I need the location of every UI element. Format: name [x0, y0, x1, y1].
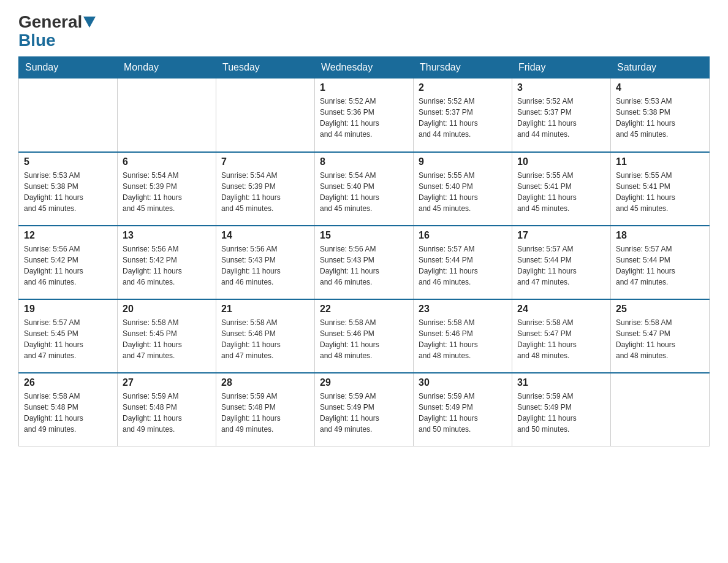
calendar-cell: 4Sunrise: 5:53 AM Sunset: 5:38 PM Daylig… [611, 79, 710, 152]
calendar-cell: 8Sunrise: 5:54 AM Sunset: 5:40 PM Daylig… [315, 152, 414, 226]
calendar-cell: 6Sunrise: 5:54 AM Sunset: 5:39 PM Daylig… [118, 152, 216, 226]
day-number: 21 [221, 304, 309, 315]
calendar-cell: 9Sunrise: 5:55 AM Sunset: 5:40 PM Daylig… [414, 152, 512, 226]
calendar-cell: 10Sunrise: 5:55 AM Sunset: 5:41 PM Dayli… [512, 152, 611, 226]
calendar-cell: 21Sunrise: 5:58 AM Sunset: 5:46 PM Dayli… [216, 299, 315, 373]
day-info: Sunrise: 5:59 AM Sunset: 5:49 PM Dayligh… [320, 391, 408, 435]
day-info: Sunrise: 5:59 AM Sunset: 5:48 PM Dayligh… [123, 391, 211, 435]
day-number: 2 [419, 82, 507, 93]
day-number: 8 [320, 156, 408, 167]
day-number: 5 [24, 156, 112, 167]
day-info: Sunrise: 5:52 AM Sunset: 5:36 PM Dayligh… [320, 96, 408, 140]
day-info: Sunrise: 5:59 AM Sunset: 5:49 PM Dayligh… [419, 391, 507, 435]
calendar-cell: 5Sunrise: 5:53 AM Sunset: 5:38 PM Daylig… [19, 152, 118, 226]
col-header-sunday: Sunday [19, 57, 118, 79]
day-number: 7 [221, 156, 309, 167]
calendar-cell [611, 373, 710, 446]
calendar-cell: 20Sunrise: 5:58 AM Sunset: 5:45 PM Dayli… [118, 299, 216, 373]
calendar-table: SundayMondayTuesdayWednesdayThursdayFrid… [18, 56, 710, 446]
day-number: 22 [320, 304, 408, 315]
col-header-thursday: Thursday [414, 57, 512, 79]
day-number: 23 [419, 304, 507, 315]
week-row-5: 26Sunrise: 5:58 AM Sunset: 5:48 PM Dayli… [19, 373, 710, 446]
col-header-saturday: Saturday [611, 57, 710, 79]
day-info: Sunrise: 5:59 AM Sunset: 5:48 PM Dayligh… [221, 391, 309, 435]
day-info: Sunrise: 5:58 AM Sunset: 5:47 PM Dayligh… [616, 317, 704, 361]
calendar-cell: 18Sunrise: 5:57 AM Sunset: 5:44 PM Dayli… [611, 226, 710, 299]
day-info: Sunrise: 5:57 AM Sunset: 5:45 PM Dayligh… [24, 317, 112, 361]
day-info: Sunrise: 5:57 AM Sunset: 5:44 PM Dayligh… [616, 243, 704, 288]
day-info: Sunrise: 5:56 AM Sunset: 5:43 PM Dayligh… [320, 243, 408, 288]
day-number: 18 [616, 230, 704, 241]
calendar-cell: 25Sunrise: 5:58 AM Sunset: 5:47 PM Dayli… [611, 299, 710, 373]
day-info: Sunrise: 5:59 AM Sunset: 5:49 PM Dayligh… [517, 391, 605, 435]
day-number: 27 [123, 377, 211, 388]
header-row: SundayMondayTuesdayWednesdayThursdayFrid… [19, 57, 710, 79]
col-header-friday: Friday [512, 57, 611, 79]
day-info: Sunrise: 5:57 AM Sunset: 5:44 PM Dayligh… [419, 243, 507, 288]
day-number: 1 [320, 82, 408, 93]
day-info: Sunrise: 5:54 AM Sunset: 5:39 PM Dayligh… [221, 170, 309, 214]
day-number: 14 [221, 230, 309, 241]
page-header: General Blue [18, 12, 710, 50]
calendar-cell: 3Sunrise: 5:52 AM Sunset: 5:37 PM Daylig… [512, 79, 611, 152]
day-number: 24 [517, 304, 605, 315]
day-number: 19 [24, 304, 112, 315]
week-row-3: 12Sunrise: 5:56 AM Sunset: 5:42 PM Dayli… [19, 226, 710, 299]
day-info: Sunrise: 5:52 AM Sunset: 5:37 PM Dayligh… [419, 96, 507, 140]
day-info: Sunrise: 5:56 AM Sunset: 5:42 PM Dayligh… [24, 243, 112, 288]
calendar-cell: 13Sunrise: 5:56 AM Sunset: 5:42 PM Dayli… [118, 226, 216, 299]
day-info: Sunrise: 5:54 AM Sunset: 5:40 PM Dayligh… [320, 170, 408, 214]
calendar-cell: 15Sunrise: 5:56 AM Sunset: 5:43 PM Dayli… [315, 226, 414, 299]
day-info: Sunrise: 5:58 AM Sunset: 5:45 PM Dayligh… [123, 317, 211, 361]
calendar-cell: 14Sunrise: 5:56 AM Sunset: 5:43 PM Dayli… [216, 226, 315, 299]
day-info: Sunrise: 5:54 AM Sunset: 5:39 PM Dayligh… [123, 170, 211, 214]
col-header-wednesday: Wednesday [315, 57, 414, 79]
day-number: 4 [616, 82, 704, 93]
calendar-cell: 1Sunrise: 5:52 AM Sunset: 5:36 PM Daylig… [315, 79, 414, 152]
day-number: 6 [123, 156, 211, 167]
calendar-cell: 22Sunrise: 5:58 AM Sunset: 5:46 PM Dayli… [315, 299, 414, 373]
day-number: 31 [517, 377, 605, 388]
week-row-4: 19Sunrise: 5:57 AM Sunset: 5:45 PM Dayli… [19, 299, 710, 373]
day-info: Sunrise: 5:53 AM Sunset: 5:38 PM Dayligh… [24, 170, 112, 214]
day-info: Sunrise: 5:57 AM Sunset: 5:44 PM Dayligh… [517, 243, 605, 288]
day-number: 15 [320, 230, 408, 241]
day-number: 29 [320, 377, 408, 388]
calendar-cell: 17Sunrise: 5:57 AM Sunset: 5:44 PM Dayli… [512, 226, 611, 299]
col-header-tuesday: Tuesday [216, 57, 315, 79]
calendar-cell: 24Sunrise: 5:58 AM Sunset: 5:47 PM Dayli… [512, 299, 611, 373]
calendar-cell: 7Sunrise: 5:54 AM Sunset: 5:39 PM Daylig… [216, 152, 315, 226]
day-info: Sunrise: 5:58 AM Sunset: 5:46 PM Dayligh… [320, 317, 408, 361]
day-number: 12 [24, 230, 112, 241]
day-info: Sunrise: 5:56 AM Sunset: 5:43 PM Dayligh… [221, 243, 309, 288]
calendar-cell [19, 79, 118, 152]
day-info: Sunrise: 5:56 AM Sunset: 5:42 PM Dayligh… [123, 243, 211, 288]
day-info: Sunrise: 5:55 AM Sunset: 5:41 PM Dayligh… [517, 170, 605, 214]
day-info: Sunrise: 5:55 AM Sunset: 5:40 PM Dayligh… [419, 170, 507, 214]
calendar-cell: 16Sunrise: 5:57 AM Sunset: 5:44 PM Dayli… [414, 226, 512, 299]
calendar-cell: 27Sunrise: 5:59 AM Sunset: 5:48 PM Dayli… [118, 373, 216, 446]
day-number: 13 [123, 230, 211, 241]
day-info: Sunrise: 5:58 AM Sunset: 5:46 PM Dayligh… [221, 317, 309, 361]
day-number: 10 [517, 156, 605, 167]
calendar-cell: 28Sunrise: 5:59 AM Sunset: 5:48 PM Dayli… [216, 373, 315, 446]
day-number: 26 [24, 377, 112, 388]
logo-triangle-icon [83, 17, 96, 28]
logo-blue-text: Blue [18, 31, 56, 50]
calendar-cell: 12Sunrise: 5:56 AM Sunset: 5:42 PM Dayli… [19, 226, 118, 299]
calendar-cell: 29Sunrise: 5:59 AM Sunset: 5:49 PM Dayli… [315, 373, 414, 446]
day-info: Sunrise: 5:55 AM Sunset: 5:41 PM Dayligh… [616, 170, 704, 214]
calendar-cell: 19Sunrise: 5:57 AM Sunset: 5:45 PM Dayli… [19, 299, 118, 373]
calendar-cell: 11Sunrise: 5:55 AM Sunset: 5:41 PM Dayli… [611, 152, 710, 226]
week-row-1: 1Sunrise: 5:52 AM Sunset: 5:36 PM Daylig… [19, 79, 710, 152]
day-number: 30 [419, 377, 507, 388]
calendar-cell [118, 79, 216, 152]
calendar-cell: 2Sunrise: 5:52 AM Sunset: 5:37 PM Daylig… [414, 79, 512, 152]
day-number: 25 [616, 304, 704, 315]
day-number: 20 [123, 304, 211, 315]
day-number: 11 [616, 156, 704, 167]
day-info: Sunrise: 5:58 AM Sunset: 5:47 PM Dayligh… [517, 317, 605, 361]
day-number: 28 [221, 377, 309, 388]
week-row-2: 5Sunrise: 5:53 AM Sunset: 5:38 PM Daylig… [19, 152, 710, 226]
